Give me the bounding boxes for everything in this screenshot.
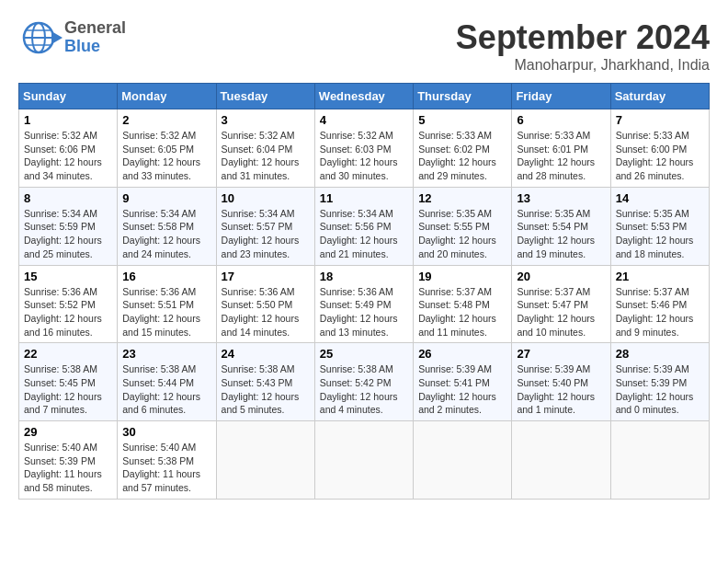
day-info: Sunrise: 5:36 AM Sunset: 5:50 PM Dayligh… — [222, 285, 310, 339]
day-number: 21 — [616, 270, 704, 283]
calendar-cell: 1Sunrise: 5:32 AM Sunset: 6:06 PM Daylig… — [19, 109, 118, 188]
day-info: Sunrise: 5:39 AM Sunset: 5:39 PM Dayligh… — [616, 362, 704, 417]
calendar-cell — [216, 421, 314, 500]
day-number: 17 — [222, 270, 310, 283]
day-info: Sunrise: 5:38 AM Sunset: 5:45 PM Dayligh… — [24, 362, 112, 417]
day-number: 15 — [24, 270, 112, 283]
calendar-cell: 16Sunrise: 5:36 AM Sunset: 5:51 PM Dayli… — [118, 265, 216, 343]
calendar-cell — [414, 421, 512, 500]
day-number: 1 — [24, 113, 112, 127]
day-number: 24 — [222, 347, 310, 361]
day-number: 12 — [418, 191, 506, 205]
day-of-week-header: Friday — [512, 84, 610, 109]
day-number: 7 — [616, 113, 704, 127]
day-info: Sunrise: 5:38 AM Sunset: 5:43 PM Dayligh… — [222, 362, 310, 417]
day-info: Sunrise: 5:32 AM Sunset: 6:03 PM Dayligh… — [320, 129, 408, 183]
day-info: Sunrise: 5:40 AM Sunset: 5:39 PM Dayligh… — [24, 441, 112, 495]
day-info: Sunrise: 5:35 AM Sunset: 5:55 PM Dayligh… — [418, 207, 506, 261]
day-info: Sunrise: 5:32 AM Sunset: 6:04 PM Dayligh… — [222, 129, 310, 183]
day-info: Sunrise: 5:34 AM Sunset: 5:57 PM Dayligh… — [222, 207, 310, 261]
calendar-cell: 18Sunrise: 5:36 AM Sunset: 5:49 PM Dayli… — [314, 265, 413, 343]
day-number: 9 — [122, 191, 210, 205]
day-info: Sunrise: 5:32 AM Sunset: 6:05 PM Dayligh… — [122, 129, 210, 183]
day-number: 5 — [418, 113, 506, 127]
calendar-cell: 21Sunrise: 5:37 AM Sunset: 5:46 PM Dayli… — [610, 265, 709, 343]
day-number: 3 — [222, 113, 310, 127]
calendar-cell — [314, 421, 413, 500]
day-info: Sunrise: 5:37 AM Sunset: 5:47 PM Dayligh… — [517, 285, 605, 339]
day-number: 8 — [24, 191, 112, 205]
calendar-cell: 8Sunrise: 5:34 AM Sunset: 5:59 PM Daylig… — [19, 187, 118, 265]
day-number: 11 — [320, 191, 408, 205]
day-info: Sunrise: 5:34 AM Sunset: 5:59 PM Dayligh… — [24, 207, 112, 261]
day-number: 19 — [418, 270, 506, 283]
day-number: 20 — [517, 270, 605, 283]
day-of-week-header: Tuesday — [216, 84, 314, 109]
day-info: Sunrise: 5:35 AM Sunset: 5:54 PM Dayligh… — [517, 207, 605, 261]
day-info: Sunrise: 5:38 AM Sunset: 5:44 PM Dayligh… — [122, 362, 210, 417]
location-title: Manoharpur, Jharkhand, India — [456, 57, 710, 74]
day-number: 29 — [24, 425, 112, 439]
day-number: 10 — [222, 191, 310, 205]
day-number: 4 — [320, 113, 408, 127]
day-number: 6 — [517, 113, 605, 127]
day-info: Sunrise: 5:36 AM Sunset: 5:49 PM Dayligh… — [320, 285, 408, 339]
calendar-cell — [512, 421, 610, 500]
calendar-cell: 23Sunrise: 5:38 AM Sunset: 5:44 PM Dayli… — [118, 343, 216, 421]
calendar-cell: 4Sunrise: 5:32 AM Sunset: 6:03 PM Daylig… — [314, 109, 413, 188]
day-number: 18 — [320, 270, 408, 283]
day-number: 23 — [122, 347, 210, 361]
calendar-cell: 19Sunrise: 5:37 AM Sunset: 5:48 PM Dayli… — [414, 265, 512, 343]
calendar-cell: 2Sunrise: 5:32 AM Sunset: 6:05 PM Daylig… — [118, 109, 216, 188]
calendar-cell: 9Sunrise: 5:34 AM Sunset: 5:58 PM Daylig… — [118, 187, 216, 265]
calendar-cell: 3Sunrise: 5:32 AM Sunset: 6:04 PM Daylig… — [216, 109, 314, 188]
calendar-cell: 11Sunrise: 5:34 AM Sunset: 5:56 PM Dayli… — [314, 187, 413, 265]
day-info: Sunrise: 5:40 AM Sunset: 5:38 PM Dayligh… — [122, 441, 210, 495]
day-info: Sunrise: 5:32 AM Sunset: 6:06 PM Dayligh… — [24, 129, 112, 183]
day-info: Sunrise: 5:33 AM Sunset: 6:00 PM Dayligh… — [616, 129, 704, 183]
calendar-cell: 27Sunrise: 5:39 AM Sunset: 5:40 PM Dayli… — [512, 343, 610, 421]
calendar-cell — [610, 421, 709, 500]
day-of-week-header: Saturday — [610, 84, 709, 109]
calendar-cell: 22Sunrise: 5:38 AM Sunset: 5:45 PM Dayli… — [19, 343, 118, 421]
calendar-cell: 25Sunrise: 5:38 AM Sunset: 5:42 PM Dayli… — [314, 343, 413, 421]
day-of-week-header: Sunday — [19, 84, 118, 109]
day-of-week-header: Thursday — [414, 84, 512, 109]
day-number: 27 — [517, 347, 605, 361]
day-info: Sunrise: 5:39 AM Sunset: 5:40 PM Dayligh… — [517, 362, 605, 417]
day-info: Sunrise: 5:36 AM Sunset: 5:51 PM Dayligh… — [122, 285, 210, 339]
calendar-cell: 28Sunrise: 5:39 AM Sunset: 5:39 PM Dayli… — [610, 343, 709, 421]
calendar-cell: 26Sunrise: 5:39 AM Sunset: 5:41 PM Dayli… — [414, 343, 512, 421]
day-number: 22 — [24, 347, 112, 361]
calendar-cell: 12Sunrise: 5:35 AM Sunset: 5:55 PM Dayli… — [414, 187, 512, 265]
day-info: Sunrise: 5:36 AM Sunset: 5:52 PM Dayligh… — [24, 285, 112, 339]
day-number: 25 — [320, 347, 408, 361]
day-info: Sunrise: 5:33 AM Sunset: 6:02 PM Dayligh… — [418, 129, 506, 183]
calendar-cell: 14Sunrise: 5:35 AM Sunset: 5:53 PM Dayli… — [610, 187, 709, 265]
day-number: 16 — [122, 270, 210, 283]
calendar-cell: 7Sunrise: 5:33 AM Sunset: 6:00 PM Daylig… — [610, 109, 709, 188]
day-info: Sunrise: 5:34 AM Sunset: 5:58 PM Dayligh… — [122, 207, 210, 261]
day-number: 13 — [517, 191, 605, 205]
month-title: September 2024 — [456, 18, 710, 57]
day-number: 30 — [122, 425, 210, 439]
title-block: September 2024 Manoharpur, Jharkhand, In… — [456, 18, 710, 74]
calendar-cell: 6Sunrise: 5:33 AM Sunset: 6:01 PM Daylig… — [512, 109, 610, 188]
logo: General Blue — [18, 18, 126, 57]
day-number: 28 — [616, 347, 704, 361]
day-number: 14 — [616, 191, 704, 205]
day-info: Sunrise: 5:39 AM Sunset: 5:41 PM Dayligh… — [418, 362, 506, 417]
day-info: Sunrise: 5:33 AM Sunset: 6:01 PM Dayligh… — [517, 129, 605, 183]
calendar-cell: 10Sunrise: 5:34 AM Sunset: 5:57 PM Dayli… — [216, 187, 314, 265]
calendar-cell: 13Sunrise: 5:35 AM Sunset: 5:54 PM Dayli… — [512, 187, 610, 265]
day-info: Sunrise: 5:35 AM Sunset: 5:53 PM Dayligh… — [616, 207, 704, 261]
day-info: Sunrise: 5:38 AM Sunset: 5:42 PM Dayligh… — [320, 362, 408, 417]
calendar-cell: 24Sunrise: 5:38 AM Sunset: 5:43 PM Dayli… — [216, 343, 314, 421]
day-info: Sunrise: 5:37 AM Sunset: 5:46 PM Dayligh… — [616, 285, 704, 339]
calendar-cell: 29Sunrise: 5:40 AM Sunset: 5:39 PM Dayli… — [19, 421, 118, 500]
day-of-week-header: Monday — [118, 84, 216, 109]
calendar-cell: 5Sunrise: 5:33 AM Sunset: 6:02 PM Daylig… — [414, 109, 512, 188]
day-info: Sunrise: 5:34 AM Sunset: 5:56 PM Dayligh… — [320, 207, 408, 261]
day-info: Sunrise: 5:37 AM Sunset: 5:48 PM Dayligh… — [418, 285, 506, 339]
day-number: 26 — [418, 347, 506, 361]
